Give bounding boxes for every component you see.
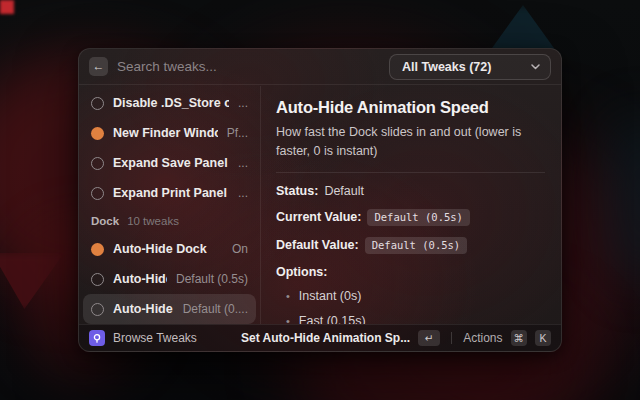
tweaks-app-icon: [89, 330, 105, 346]
list-item-label: New Finder Window Op...: [113, 126, 218, 140]
section-header-dock: Dock 10 tweaks: [83, 208, 256, 234]
bg-red-triangle: [0, 253, 64, 309]
list-item[interactable]: Auto-Hide Dock On: [83, 234, 256, 264]
tweak-status-dot-icon: [91, 303, 104, 316]
app-name: Browse Tweaks: [113, 331, 197, 345]
current-value-label: Current Value:: [276, 210, 361, 224]
list-item[interactable]: New Finder Window Op... Pf...: [83, 118, 256, 148]
option-item: Fast (0.15s): [286, 312, 545, 324]
list-item-label: Expand Print Panel by De...: [113, 186, 229, 200]
list-item-label: Auto-Hide Dock: [113, 242, 223, 256]
bg-red-square: [0, 0, 14, 14]
list-item-label: Expand Save Panel by De...: [113, 156, 229, 170]
tweaks-window: ← All Tweaks (72) Disable .DS_Store on U…: [78, 48, 562, 352]
tweak-status-dot-icon: [91, 273, 104, 286]
filter-dropdown-value: All Tweaks (72): [402, 60, 491, 74]
k-key-icon[interactable]: K: [535, 330, 551, 346]
desktop-background: ← All Tweaks (72) Disable .DS_Store on U…: [0, 0, 640, 400]
tweak-status-dot-icon: [91, 157, 104, 170]
tweak-status-dot-icon: [91, 127, 104, 140]
options-list: Instant (0s) Fast (0.15s) Normal (0.3s) …: [276, 287, 545, 324]
list-item-label: Auto-Hide Ani...: [113, 302, 174, 316]
detail-description: How fast the Dock slides in and out (low…: [276, 123, 545, 162]
tweaks-list: Disable .DS_Store on US... ... New Finde…: [79, 86, 261, 324]
current-value-chip: Default (0.5s): [367, 209, 470, 226]
actions-button[interactable]: Actions: [463, 331, 502, 345]
chevron-down-icon: [531, 64, 540, 70]
options-label: Options:: [276, 265, 327, 279]
options-header: Options:: [276, 265, 545, 279]
default-value-label: Default Value:: [276, 238, 359, 252]
detail-divider: [276, 172, 545, 173]
list-item-value: ...: [238, 186, 248, 200]
status-label: Status:: [276, 184, 318, 198]
back-button[interactable]: ←: [89, 57, 108, 76]
list-item-value: Default (0....: [183, 302, 248, 316]
action-bar: Browse Tweaks Set Auto-Hide Animation Sp…: [79, 324, 561, 351]
detail-pane: Auto-Hide Animation Speed How fast the D…: [261, 86, 561, 324]
filter-dropdown[interactable]: All Tweaks (72): [389, 54, 551, 80]
default-value-row: Default Value: Default (0.5s): [276, 237, 545, 254]
list-item-label: Auto-Hide Delay: [113, 272, 167, 286]
option-item: Instant (0s): [286, 287, 545, 305]
section-count: 10 tweaks: [127, 215, 179, 227]
list-item[interactable]: Expand Save Panel by De... ...: [83, 148, 256, 178]
list-item-value: ...: [238, 156, 248, 170]
bg-teal-blob: [605, 115, 640, 285]
footer-separator: [451, 332, 452, 344]
list-item[interactable]: Disable .DS_Store on US... ...: [83, 88, 256, 118]
tweak-status-dot-icon: [91, 187, 104, 200]
list-item-value: Default (0.5s): [176, 272, 248, 286]
search-input[interactable]: [117, 59, 380, 74]
status-row: Status: Default: [276, 184, 545, 198]
list-item-label: Disable .DS_Store on US...: [113, 96, 229, 110]
default-value-chip: Default (0.5s): [365, 237, 468, 254]
list-item-value: Pf...: [227, 126, 248, 140]
window-header: ← All Tweaks (72): [79, 49, 561, 85]
tweak-status-dot-icon: [91, 243, 104, 256]
current-value-row: Current Value: Default (0.5s): [276, 209, 545, 226]
command-key-icon[interactable]: ⌘: [511, 330, 528, 346]
section-title: Dock: [91, 215, 119, 227]
detail-title: Auto-Hide Animation Speed: [276, 98, 545, 117]
window-body: Disable .DS_Store on US... ... New Finde…: [79, 86, 561, 324]
enter-key-icon[interactable]: ↵: [418, 330, 440, 346]
primary-action-label[interactable]: Set Auto-Hide Animation Sp...: [241, 331, 410, 345]
status-value: Default: [324, 184, 364, 198]
list-item-value: On: [232, 242, 248, 256]
list-item[interactable]: Expand Print Panel by De... ...: [83, 178, 256, 208]
tweak-status-dot-icon: [91, 97, 104, 110]
list-item-selected[interactable]: Auto-Hide Ani... Default (0....: [83, 294, 256, 324]
list-item-value: ...: [238, 96, 248, 110]
list-item[interactable]: Auto-Hide Delay Default (0.5s): [83, 264, 256, 294]
